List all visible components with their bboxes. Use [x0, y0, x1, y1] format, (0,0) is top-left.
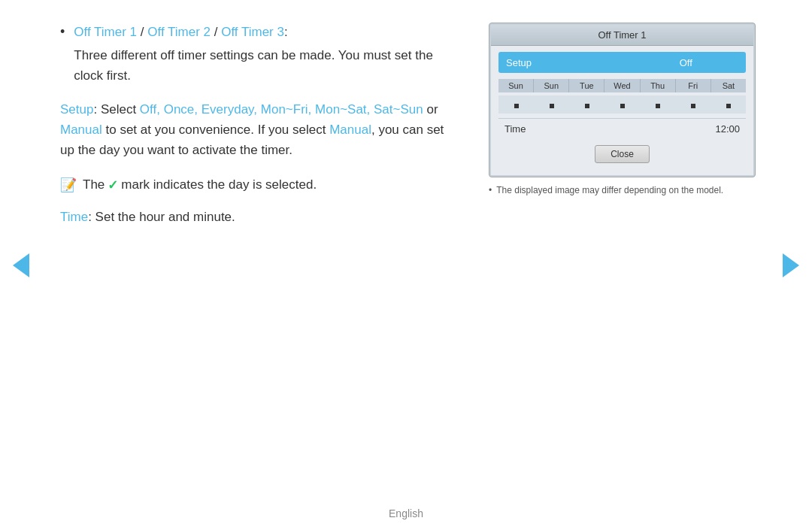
tv-body: Setup Off Sun Sun Tue Wed Thu Fri Sat: [491, 46, 753, 175]
nav-next-button[interactable]: [779, 253, 803, 277]
setup-paragraph: Setup: Select Off, Once, Everyday, Mon~F…: [60, 99, 459, 161]
sq-6: [675, 95, 710, 114]
time-label[interactable]: Time: [60, 210, 88, 224]
days-row: Sun Sun Tue Wed Thu Fri Sat: [498, 79, 746, 92]
off-tab[interactable]: Off: [626, 52, 747, 73]
setup-label[interactable]: Setup: [60, 102, 93, 117]
tv-time-label: Time: [504, 123, 526, 135]
off-timer-1-link[interactable]: Off Timer 1: [74, 25, 137, 39]
separator-2: /: [211, 25, 221, 39]
note-text-after: mark indicates the day is selected.: [121, 177, 317, 192]
setup-options: Off, Once, Everyday, Mon~Fri, Mon~Sat, S…: [140, 102, 423, 117]
right-column: Off Timer 1 Setup Off Sun Sun Tue Wed Th…: [489, 23, 759, 492]
day-sun1: Sun: [498, 79, 534, 92]
close-btn-row: Close: [498, 145, 746, 168]
sq-2: [534, 95, 569, 114]
sq-1: [498, 95, 534, 114]
setup-or: or: [423, 102, 438, 117]
setup-tab[interactable]: Setup: [498, 52, 626, 73]
title-colon: :: [284, 25, 288, 39]
setup-suffix: to set at you convenience. If you select: [102, 123, 329, 137]
off-timer-description: Three different off timer settings can b…: [74, 45, 459, 86]
squares-row: [498, 95, 746, 114]
day-fri: Fri: [676, 79, 711, 92]
separator-1: /: [137, 25, 147, 39]
off-timer-title-block: Off Timer 1 / Off Timer 2 / Off Timer 3:…: [74, 23, 459, 86]
footer-language: English: [389, 507, 423, 519]
setup-manual[interactable]: Manual: [60, 123, 102, 137]
time-paragraph: Time: Set the hour and minute.: [60, 207, 459, 227]
note-icon: 📝: [60, 177, 77, 193]
tv-header: Off Timer 1: [491, 25, 753, 46]
text-column: • Off Timer 1 / Off Timer 2 / Off Timer …: [60, 23, 459, 492]
note-text-before: The: [83, 177, 105, 192]
nav-prev-button[interactable]: [9, 253, 33, 277]
checkmark-icon: ✓: [108, 177, 118, 193]
note-line: 📝 The ✓ mark indicates the day is select…: [60, 177, 459, 193]
day-wed: Wed: [604, 79, 640, 92]
image-note-bullet: •: [489, 185, 492, 195]
time-row: Time 12:00: [498, 118, 746, 139]
bullet-item-off-timer: • Off Timer 1 / Off Timer 2 / Off Timer …: [60, 23, 459, 86]
image-note-text: The displayed image may differ depending…: [496, 185, 723, 195]
image-note: • The displayed image may differ dependi…: [489, 185, 759, 195]
setup-colon: : Select: [93, 102, 139, 117]
off-timer-title-line: Off Timer 1 / Off Timer 2 / Off Timer 3:: [74, 25, 287, 39]
close-button[interactable]: Close: [595, 145, 650, 163]
off-timer-3-link[interactable]: Off Timer 3: [221, 25, 284, 39]
sq-7: [710, 95, 746, 114]
day-tue: Tue: [569, 79, 604, 92]
page-container: • Off Timer 1 / Off Timer 2 / Off Timer …: [0, 0, 812, 530]
footer: English: [0, 507, 812, 530]
left-arrow-icon: [13, 253, 29, 277]
tv-mockup: Off Timer 1 Setup Off Sun Sun Tue Wed Th…: [489, 23, 756, 177]
day-thu: Thu: [641, 79, 676, 92]
sq-5: [640, 95, 675, 114]
sq-3: [569, 95, 604, 114]
sq-4: [604, 95, 640, 114]
off-timer-2-link[interactable]: Off Timer 2: [147, 25, 211, 39]
day-sat: Sat: [711, 79, 746, 92]
right-arrow-icon: [783, 253, 799, 277]
tv-time-value: 12:00: [715, 123, 740, 135]
bullet-dot: •: [60, 24, 65, 40]
setup-off-row: Setup Off: [498, 52, 746, 73]
day-sun2: Sun: [534, 79, 569, 92]
setup-manual2[interactable]: Manual: [329, 123, 371, 137]
time-colon: : Set the hour and minute.: [88, 210, 235, 224]
main-content: • Off Timer 1 / Off Timer 2 / Off Timer …: [0, 0, 812, 507]
